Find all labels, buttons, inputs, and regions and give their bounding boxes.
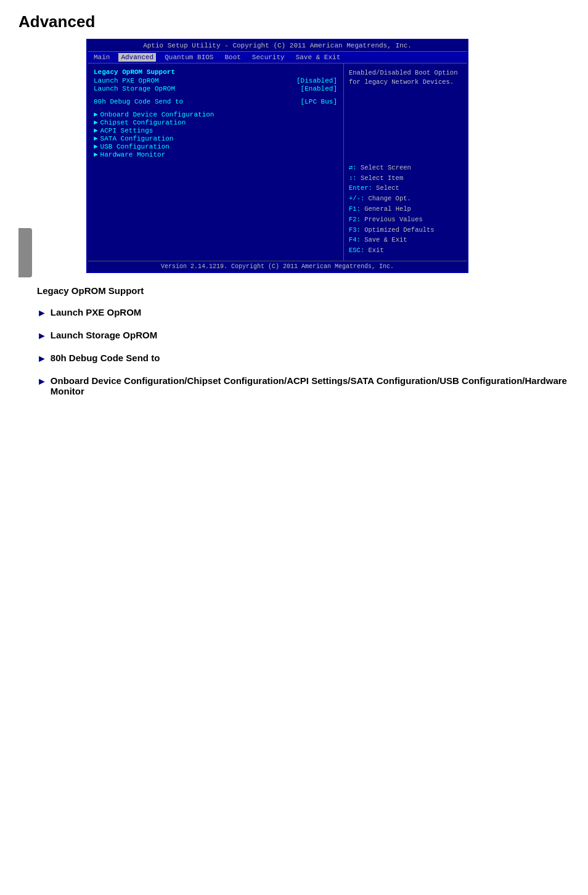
launch-pxe-row: Launch PXE OpROM [Disabled] [94,77,337,84]
menu-item-advanced[interactable]: Advanced [118,53,156,62]
submenu-hwmonitor-label: Hardware Monitor [100,151,166,158]
key-select-item: ↕: Select Item [349,173,462,184]
key-f4: F4: Save & Exit [349,235,462,245]
key-f2: F2: Previous Values [349,215,462,225]
launch-storage-label: Launch Storage OpROM [94,85,175,92]
submenu-onboard[interactable]: ► Onboard Device Configuration [94,111,337,118]
desc-launch-pxe: ► Launch PXE OpROM [37,307,570,319]
bios-left-panel: Legacy OpROM Support Launch PXE OpROM [D… [88,63,344,261]
launch-storage-row: Launch Storage OpROM [Enabled] [94,85,337,92]
bios-window: Aptio Setup Utility - Copyright (C) 2011… [86,39,468,273]
launch-storage-value: [Enabled] [301,85,337,92]
menu-item-saveexit[interactable]: Save & Exit [293,53,343,62]
bios-footer: Version 2.14.1219. Copyright (C) 2011 Am… [88,261,467,272]
key-change-opt: +/-: Change Opt. [349,194,462,204]
bios-title-bar: Aptio Setup Utility - Copyright (C) 2011… [88,40,467,52]
key-enter: Enter: Select [349,183,462,194]
debug-code-row: 80h Debug Code Send to [LPC Bus] [94,98,337,105]
menu-item-security[interactable]: Security [250,53,287,62]
menu-item-quantumbios[interactable]: Quantum BIOS [162,53,216,62]
submenu-usb-label: USB Configuration [100,143,169,150]
legacy-oprom-label: Legacy OpROM Support [94,68,337,76]
desc-launch-pxe-label: Launch PXE OpROM [51,307,142,317]
arrow-icon-pxe: ► [37,308,47,319]
debug-code-value: [LPC Bus] [301,98,337,105]
arrow-icon-debug: ► [37,353,47,364]
bios-key-legend: ⇄: Select Screen ↕: Select Item Enter: S… [349,163,462,256]
sidebar-tab [18,228,32,277]
desc-legacy-oprom-label: Legacy OpROM Support [37,285,144,296]
arrow-icon-acpi: ► [94,127,98,134]
key-f1: F1: General Help [349,204,462,215]
launch-pxe-value: [Disabled] [296,77,337,84]
key-esc: ESC: Exit [349,245,462,256]
submenu-chipset[interactable]: ► Chipset Configuration [94,119,337,126]
descriptions-section: Legacy OpROM Support ► Launch PXE OpROM … [37,285,570,396]
desc-debug-label: 80h Debug Code Send to [51,353,160,363]
bios-right-panel: Enabled/Disabled Boot Optionfor legacy N… [344,63,467,261]
arrow-icon-storage: ► [37,330,47,341]
desc-submenu-group-label: Onboard Device Configuration/Chipset Con… [51,375,570,396]
submenu-usb[interactable]: ► USB Configuration [94,143,337,150]
submenu-acpi[interactable]: ► ACPI Settings [94,127,337,134]
desc-debug-code: ► 80h Debug Code Send to [37,353,570,364]
menu-item-boot[interactable]: Boot [222,53,243,62]
key-select-screen: ⇄: Select Screen [349,163,462,173]
arrow-icon-usb: ► [94,143,98,150]
submenu-hwmonitor[interactable]: ► Hardware Monitor [94,151,337,158]
desc-launch-storage: ► Launch Storage OpROM [37,330,570,341]
submenu-sata-label: SATA Configuration [100,135,174,142]
submenu-sata[interactable]: ► SATA Configuration [94,135,337,142]
bios-body: Legacy OpROM Support Launch PXE OpROM [D… [88,63,467,261]
desc-launch-storage-label: Launch Storage OpROM [51,330,157,340]
arrow-icon-sata: ► [94,135,98,142]
desc-legacy-oprom: Legacy OpROM Support [37,285,570,296]
menu-item-main[interactable]: Main [91,53,112,62]
arrow-icon-onboard: ► [94,111,98,118]
debug-code-label: 80h Debug Code Send to [94,98,183,105]
arrow-icon-subgroup: ► [37,376,47,387]
key-f3: F3: Optimized Defaults [349,225,462,235]
desc-submenu-group: ► Onboard Device Configuration/Chipset C… [37,375,570,396]
bios-help-text: Enabled/Disabled Boot Optionfor legacy N… [349,68,462,86]
submenu-onboard-label: Onboard Device Configuration [100,111,214,118]
arrow-icon-chipset: ► [94,119,98,126]
arrow-icon-hwmonitor: ► [94,151,98,158]
page-title: Advanced [18,12,570,31]
submenu-chipset-label: Chipset Configuration [100,119,186,126]
bios-menu-bar: Main Advanced Quantum BIOS Boot Security… [88,52,467,63]
submenu-acpi-label: ACPI Settings [100,127,153,134]
launch-pxe-label: Launch PXE OpROM [94,77,159,84]
